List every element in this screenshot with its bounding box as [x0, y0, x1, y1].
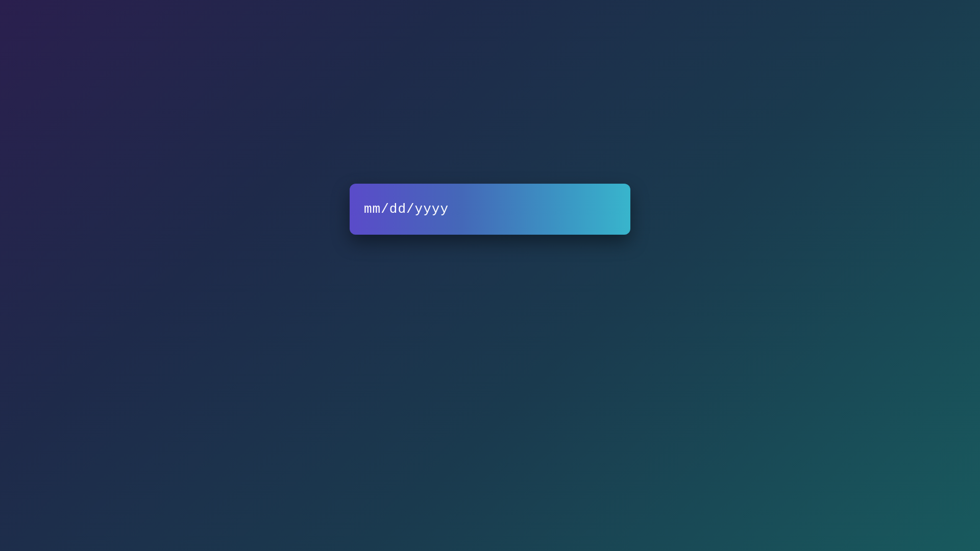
date-input-container[interactable]: mm/dd/yyyy [350, 184, 630, 235]
date-input-placeholder: mm/dd/yyyy [364, 202, 449, 217]
